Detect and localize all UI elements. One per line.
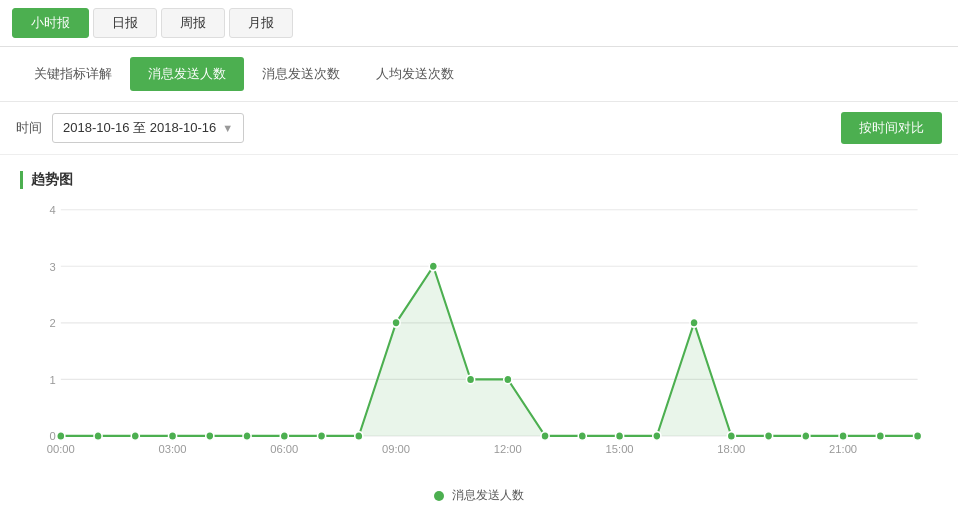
- chevron-down-icon: ▼: [222, 122, 233, 134]
- sub-tab-bar: 关键指标详解 消息发送人数 消息发送次数 人均发送次数: [0, 47, 958, 102]
- svg-point-30: [504, 375, 512, 384]
- chart-area: 趋势图 0123400:0003:0006:0009:0012:0015:001…: [0, 155, 958, 514]
- svg-point-29: [466, 375, 474, 384]
- svg-point-36: [727, 432, 735, 441]
- svg-point-34: [653, 432, 661, 441]
- svg-point-41: [914, 432, 922, 441]
- svg-text:09:00: 09:00: [382, 443, 410, 455]
- subtab-msg-senders[interactable]: 消息发送人数: [130, 57, 244, 91]
- tab-monthly[interactable]: 月报: [229, 8, 293, 38]
- svg-text:3: 3: [49, 260, 55, 272]
- svg-point-26: [355, 432, 363, 441]
- date-picker[interactable]: 2018-10-16 至 2018-10-16 ▼: [52, 113, 244, 143]
- svg-point-20: [131, 432, 139, 441]
- svg-point-31: [541, 432, 549, 441]
- chart-legend: 消息发送人数: [20, 487, 938, 504]
- svg-point-23: [243, 432, 251, 441]
- svg-text:03:00: 03:00: [159, 443, 187, 455]
- svg-text:2: 2: [49, 317, 55, 329]
- svg-point-27: [392, 319, 400, 328]
- subtab-avg-count[interactable]: 人均发送次数: [358, 57, 472, 91]
- svg-text:4: 4: [49, 204, 56, 216]
- filter-bar: 时间 2018-10-16 至 2018-10-16 ▼ 按时间对比: [0, 102, 958, 155]
- subtab-key-metrics[interactable]: 关键指标详解: [16, 57, 130, 91]
- svg-text:00:00: 00:00: [47, 443, 75, 455]
- top-tab-bar: 小时报 日报 周报 月报: [0, 0, 958, 47]
- svg-point-24: [280, 432, 288, 441]
- svg-point-35: [690, 319, 698, 328]
- svg-point-25: [317, 432, 325, 441]
- tab-weekly[interactable]: 周报: [161, 8, 225, 38]
- svg-point-39: [839, 432, 847, 441]
- svg-text:0: 0: [49, 430, 55, 442]
- svg-point-19: [94, 432, 102, 441]
- chart-title: 趋势图: [20, 171, 938, 189]
- date-value: 2018-10-16 至 2018-10-16: [63, 119, 216, 137]
- svg-point-32: [578, 432, 586, 441]
- filter-left: 时间 2018-10-16 至 2018-10-16 ▼: [16, 113, 244, 143]
- svg-text:21:00: 21:00: [829, 443, 857, 455]
- time-label: 时间: [16, 119, 42, 137]
- svg-point-28: [429, 262, 437, 271]
- chart-container: 0123400:0003:0006:0009:0012:0015:0018:00…: [20, 199, 938, 479]
- compare-button[interactable]: 按时间对比: [841, 112, 942, 144]
- subtab-msg-count[interactable]: 消息发送次数: [244, 57, 358, 91]
- svg-text:12:00: 12:00: [494, 443, 522, 455]
- legend-dot-icon: [434, 491, 444, 501]
- svg-point-37: [765, 432, 773, 441]
- svg-text:18:00: 18:00: [717, 443, 745, 455]
- trend-chart: 0123400:0003:0006:0009:0012:0015:0018:00…: [20, 199, 938, 479]
- svg-text:1: 1: [49, 373, 55, 385]
- tab-hourly[interactable]: 小时报: [12, 8, 89, 38]
- tab-daily[interactable]: 日报: [93, 8, 157, 38]
- svg-text:06:00: 06:00: [270, 443, 298, 455]
- svg-point-22: [206, 432, 214, 441]
- svg-point-18: [57, 432, 65, 441]
- svg-point-40: [876, 432, 884, 441]
- svg-point-33: [616, 432, 624, 441]
- legend-label: 消息发送人数: [452, 487, 524, 504]
- svg-point-38: [802, 432, 810, 441]
- svg-text:15:00: 15:00: [606, 443, 634, 455]
- svg-point-21: [168, 432, 176, 441]
